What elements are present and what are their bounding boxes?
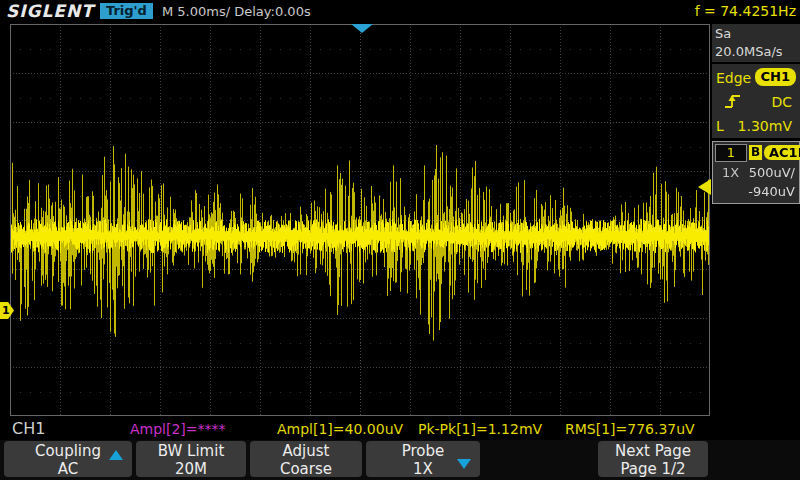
next-page-label: Next Page xyxy=(598,442,708,460)
probe-label: Probe xyxy=(366,442,480,460)
bw-limit-button[interactable]: BW Limit 20M xyxy=(136,441,246,477)
trigger-level-label: L xyxy=(716,118,724,134)
measurement-pkpk1: Pk-Pk[1]=1.12mV xyxy=(418,421,542,437)
frequency-counter: f = 74.4251Hz xyxy=(695,3,796,19)
waveform-graticule xyxy=(10,24,710,416)
trigger-source-badge: CH1 xyxy=(755,68,796,86)
trigger-type: Edge xyxy=(716,70,751,86)
measurement-row: CH1 Ampl[2]=**** Ampl[1]=40.00uV Pk-Pk[1… xyxy=(0,417,800,439)
trigger-position-marker[interactable] xyxy=(351,24,373,33)
trigger-level-value: 1.30mV xyxy=(738,114,792,138)
trigger-status-badge: Trig'd xyxy=(100,3,153,19)
bandwidth-limit-badge: B xyxy=(749,145,762,160)
active-channel-label: CH1 xyxy=(12,419,45,438)
channel-coupling-badge: AC1M xyxy=(764,145,800,160)
down-arrow-icon xyxy=(457,459,471,469)
channel-number-box: 1 xyxy=(715,144,747,162)
channel1-info-panel[interactable]: 1 B AC1M 1X 500uV/ -940uV xyxy=(712,141,800,204)
rising-edge-icon xyxy=(724,93,741,110)
probe-attenuation: 1X xyxy=(722,165,739,180)
bw-limit-value: 20M xyxy=(136,460,246,478)
coupling-button[interactable]: Coupling AC xyxy=(4,441,132,477)
top-status-bar: SIGLENT Trig'd M 5.00ms/ Delay:0.00s f =… xyxy=(0,0,800,22)
adjust-value: Coarse xyxy=(250,460,362,478)
timebase-readout: M 5.00ms/ Delay:0.00s xyxy=(162,4,311,19)
coupling-value: AC xyxy=(4,460,132,478)
measurement-ampl2: Ampl[2]=**** xyxy=(130,421,226,437)
sample-rate: Sa 20.0MSa/s xyxy=(715,25,797,61)
up-arrow-icon xyxy=(109,450,123,460)
bw-limit-label: BW Limit xyxy=(136,442,246,460)
siglent-logo: SIGLENT xyxy=(6,1,94,21)
next-page-value: Page 1/2 xyxy=(598,460,708,478)
trigger-info-panel: Edge CH1 DC L 1.30mV xyxy=(712,64,800,138)
next-page-button[interactable]: Next Page Page 1/2 xyxy=(598,441,708,477)
vertical-offset: -940uV xyxy=(748,184,795,199)
trigger-coupling: DC xyxy=(771,90,792,114)
volts-per-div: 500uV/ xyxy=(749,165,795,180)
oscilloscope-screen: SIGLENT Trig'd M 5.00ms/ Delay:0.00s f =… xyxy=(0,0,800,480)
acquisition-info-panel: Sa 20.0MSa/s Curr 1.40Mpts xyxy=(712,24,800,62)
adjust-button[interactable]: Adjust Coarse xyxy=(250,441,362,477)
probe-button[interactable]: Probe 1X xyxy=(366,441,480,477)
adjust-label: Adjust xyxy=(250,442,362,460)
softkey-menu-bar: Coupling AC BW Limit 20M Adjust Coarse P… xyxy=(0,440,800,480)
trigger-level-marker[interactable] xyxy=(698,179,711,195)
measurement-ampl1: Ampl[1]=40.00uV xyxy=(277,421,403,437)
measurement-rms1: RMS[1]=776.37uV xyxy=(565,421,695,437)
